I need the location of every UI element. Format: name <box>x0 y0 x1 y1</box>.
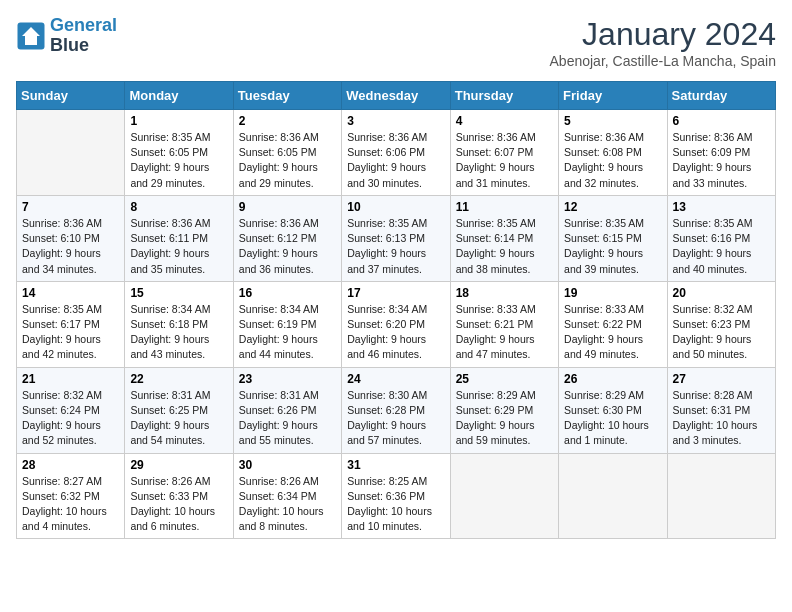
calendar-subtitle: Abenojar, Castille-La Mancha, Spain <box>550 53 776 69</box>
day-detail: Sunrise: 8:36 AMSunset: 6:11 PMDaylight:… <box>130 216 227 277</box>
day-detail: Sunrise: 8:29 AMSunset: 6:29 PMDaylight:… <box>456 388 553 449</box>
day-detail: Sunrise: 8:36 AMSunset: 6:06 PMDaylight:… <box>347 130 444 191</box>
day-detail: Sunrise: 8:25 AMSunset: 6:36 PMDaylight:… <box>347 474 444 535</box>
day-detail: Sunrise: 8:28 AMSunset: 6:31 PMDaylight:… <box>673 388 770 449</box>
calendar-cell <box>450 453 558 539</box>
title-area: January 2024 Abenojar, Castille-La Manch… <box>550 16 776 69</box>
calendar-cell: 6Sunrise: 8:36 AMSunset: 6:09 PMDaylight… <box>667 110 775 196</box>
day-number: 8 <box>130 200 227 214</box>
day-detail: Sunrise: 8:31 AMSunset: 6:25 PMDaylight:… <box>130 388 227 449</box>
calendar-cell: 21Sunrise: 8:32 AMSunset: 6:24 PMDayligh… <box>17 367 125 453</box>
calendar-cell: 7Sunrise: 8:36 AMSunset: 6:10 PMDaylight… <box>17 195 125 281</box>
calendar-cell: 31Sunrise: 8:25 AMSunset: 6:36 PMDayligh… <box>342 453 450 539</box>
day-number: 9 <box>239 200 336 214</box>
calendar-cell: 5Sunrise: 8:36 AMSunset: 6:08 PMDaylight… <box>559 110 667 196</box>
day-number: 31 <box>347 458 444 472</box>
calendar-week-row: 14Sunrise: 8:35 AMSunset: 6:17 PMDayligh… <box>17 281 776 367</box>
day-number: 16 <box>239 286 336 300</box>
calendar-title: January 2024 <box>550 16 776 53</box>
calendar-cell: 25Sunrise: 8:29 AMSunset: 6:29 PMDayligh… <box>450 367 558 453</box>
calendar-cell: 9Sunrise: 8:36 AMSunset: 6:12 PMDaylight… <box>233 195 341 281</box>
day-number: 11 <box>456 200 553 214</box>
day-number: 22 <box>130 372 227 386</box>
day-detail: Sunrise: 8:35 AMSunset: 6:16 PMDaylight:… <box>673 216 770 277</box>
day-detail: Sunrise: 8:36 AMSunset: 6:07 PMDaylight:… <box>456 130 553 191</box>
day-detail: Sunrise: 8:35 AMSunset: 6:13 PMDaylight:… <box>347 216 444 277</box>
calendar-cell: 10Sunrise: 8:35 AMSunset: 6:13 PMDayligh… <box>342 195 450 281</box>
day-detail: Sunrise: 8:35 AMSunset: 6:17 PMDaylight:… <box>22 302 119 363</box>
calendar-cell: 20Sunrise: 8:32 AMSunset: 6:23 PMDayligh… <box>667 281 775 367</box>
calendar-week-row: 28Sunrise: 8:27 AMSunset: 6:32 PMDayligh… <box>17 453 776 539</box>
day-detail: Sunrise: 8:35 AMSunset: 6:15 PMDaylight:… <box>564 216 661 277</box>
day-header-wednesday: Wednesday <box>342 82 450 110</box>
day-number: 20 <box>673 286 770 300</box>
calendar-cell: 27Sunrise: 8:28 AMSunset: 6:31 PMDayligh… <box>667 367 775 453</box>
calendar-cell: 3Sunrise: 8:36 AMSunset: 6:06 PMDaylight… <box>342 110 450 196</box>
calendar-cell: 1Sunrise: 8:35 AMSunset: 6:05 PMDaylight… <box>125 110 233 196</box>
day-number: 1 <box>130 114 227 128</box>
calendar-cell: 13Sunrise: 8:35 AMSunset: 6:16 PMDayligh… <box>667 195 775 281</box>
day-number: 2 <box>239 114 336 128</box>
day-number: 19 <box>564 286 661 300</box>
day-number: 26 <box>564 372 661 386</box>
day-detail: Sunrise: 8:36 AMSunset: 6:05 PMDaylight:… <box>239 130 336 191</box>
day-header-monday: Monday <box>125 82 233 110</box>
day-number: 12 <box>564 200 661 214</box>
calendar-week-row: 7Sunrise: 8:36 AMSunset: 6:10 PMDaylight… <box>17 195 776 281</box>
day-number: 4 <box>456 114 553 128</box>
calendar-cell: 12Sunrise: 8:35 AMSunset: 6:15 PMDayligh… <box>559 195 667 281</box>
calendar-cell <box>667 453 775 539</box>
day-detail: Sunrise: 8:36 AMSunset: 6:09 PMDaylight:… <box>673 130 770 191</box>
day-detail: Sunrise: 8:34 AMSunset: 6:20 PMDaylight:… <box>347 302 444 363</box>
day-detail: Sunrise: 8:36 AMSunset: 6:12 PMDaylight:… <box>239 216 336 277</box>
day-number: 27 <box>673 372 770 386</box>
calendar-cell: 24Sunrise: 8:30 AMSunset: 6:28 PMDayligh… <box>342 367 450 453</box>
day-number: 24 <box>347 372 444 386</box>
logo-text: General Blue <box>50 16 117 56</box>
calendar-cell: 30Sunrise: 8:26 AMSunset: 6:34 PMDayligh… <box>233 453 341 539</box>
calendar-cell: 15Sunrise: 8:34 AMSunset: 6:18 PMDayligh… <box>125 281 233 367</box>
day-detail: Sunrise: 8:34 AMSunset: 6:18 PMDaylight:… <box>130 302 227 363</box>
day-detail: Sunrise: 8:32 AMSunset: 6:24 PMDaylight:… <box>22 388 119 449</box>
day-detail: Sunrise: 8:35 AMSunset: 6:05 PMDaylight:… <box>130 130 227 191</box>
day-detail: Sunrise: 8:31 AMSunset: 6:26 PMDaylight:… <box>239 388 336 449</box>
calendar-cell <box>559 453 667 539</box>
day-detail: Sunrise: 8:36 AMSunset: 6:10 PMDaylight:… <box>22 216 119 277</box>
calendar-cell: 23Sunrise: 8:31 AMSunset: 6:26 PMDayligh… <box>233 367 341 453</box>
calendar-body: 1Sunrise: 8:35 AMSunset: 6:05 PMDaylight… <box>17 110 776 539</box>
calendar-cell: 18Sunrise: 8:33 AMSunset: 6:21 PMDayligh… <box>450 281 558 367</box>
logo: General Blue <box>16 16 117 56</box>
calendar-cell: 8Sunrise: 8:36 AMSunset: 6:11 PMDaylight… <box>125 195 233 281</box>
day-detail: Sunrise: 8:33 AMSunset: 6:21 PMDaylight:… <box>456 302 553 363</box>
day-detail: Sunrise: 8:33 AMSunset: 6:22 PMDaylight:… <box>564 302 661 363</box>
day-header-tuesday: Tuesday <box>233 82 341 110</box>
day-detail: Sunrise: 8:26 AMSunset: 6:33 PMDaylight:… <box>130 474 227 535</box>
calendar-cell <box>17 110 125 196</box>
calendar-cell: 19Sunrise: 8:33 AMSunset: 6:22 PMDayligh… <box>559 281 667 367</box>
day-number: 10 <box>347 200 444 214</box>
day-detail: Sunrise: 8:26 AMSunset: 6:34 PMDaylight:… <box>239 474 336 535</box>
calendar-cell: 11Sunrise: 8:35 AMSunset: 6:14 PMDayligh… <box>450 195 558 281</box>
calendar-cell: 28Sunrise: 8:27 AMSunset: 6:32 PMDayligh… <box>17 453 125 539</box>
day-detail: Sunrise: 8:36 AMSunset: 6:08 PMDaylight:… <box>564 130 661 191</box>
day-number: 29 <box>130 458 227 472</box>
day-detail: Sunrise: 8:35 AMSunset: 6:14 PMDaylight:… <box>456 216 553 277</box>
day-detail: Sunrise: 8:29 AMSunset: 6:30 PMDaylight:… <box>564 388 661 449</box>
calendar-cell: 26Sunrise: 8:29 AMSunset: 6:30 PMDayligh… <box>559 367 667 453</box>
calendar-week-row: 21Sunrise: 8:32 AMSunset: 6:24 PMDayligh… <box>17 367 776 453</box>
day-detail: Sunrise: 8:30 AMSunset: 6:28 PMDaylight:… <box>347 388 444 449</box>
day-detail: Sunrise: 8:32 AMSunset: 6:23 PMDaylight:… <box>673 302 770 363</box>
calendar-cell: 17Sunrise: 8:34 AMSunset: 6:20 PMDayligh… <box>342 281 450 367</box>
day-number: 7 <box>22 200 119 214</box>
calendar-cell: 29Sunrise: 8:26 AMSunset: 6:33 PMDayligh… <box>125 453 233 539</box>
day-header-saturday: Saturday <box>667 82 775 110</box>
day-detail: Sunrise: 8:34 AMSunset: 6:19 PMDaylight:… <box>239 302 336 363</box>
calendar-cell: 2Sunrise: 8:36 AMSunset: 6:05 PMDaylight… <box>233 110 341 196</box>
day-header-thursday: Thursday <box>450 82 558 110</box>
calendar-cell: 14Sunrise: 8:35 AMSunset: 6:17 PMDayligh… <box>17 281 125 367</box>
calendar-cell: 4Sunrise: 8:36 AMSunset: 6:07 PMDaylight… <box>450 110 558 196</box>
day-number: 17 <box>347 286 444 300</box>
day-number: 13 <box>673 200 770 214</box>
day-number: 5 <box>564 114 661 128</box>
calendar-cell: 22Sunrise: 8:31 AMSunset: 6:25 PMDayligh… <box>125 367 233 453</box>
